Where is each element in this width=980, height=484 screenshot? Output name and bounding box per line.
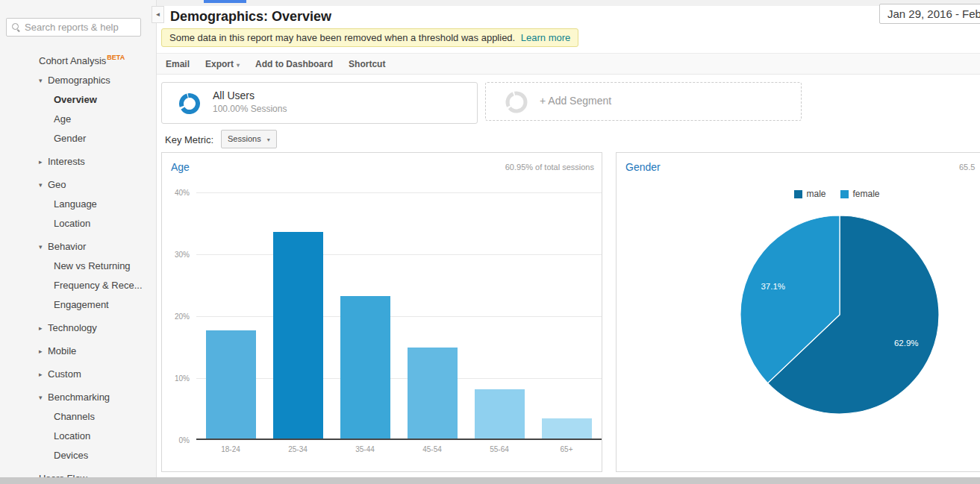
sidebar-item-custom[interactable]: ▸Custom <box>0 365 156 384</box>
toolbar-export-button[interactable]: Export▾ <box>205 59 240 69</box>
sidebar-item-engagement[interactable]: Engagement <box>0 295 156 315</box>
chevron-right-icon: ▸ <box>39 152 48 172</box>
sidebar-item-mobile[interactable]: ▸Mobile <box>0 342 156 361</box>
bar-35-44[interactable] <box>340 296 390 439</box>
learn-more-link[interactable]: Learn more <box>521 32 570 43</box>
key-metric-value: Sessions <box>228 134 261 143</box>
toolbar-button-label: Email <box>166 59 190 69</box>
search-icon <box>12 23 20 31</box>
sidebar-item-label: Language <box>54 198 97 210</box>
sidebar-item-new-vs-returning[interactable]: New vs Returning <box>0 257 156 276</box>
sidebar-collapse-button[interactable]: ◄ <box>152 6 164 23</box>
active-tab-indicator <box>204 0 246 3</box>
beta-badge: BETA <box>107 54 125 61</box>
sidebar-item-channels[interactable]: Channels <box>0 407 156 427</box>
x-tick-label: 25-34 <box>264 445 331 453</box>
pie-slice-value-label: 62.9% <box>894 339 919 348</box>
sidebar-item-label: Cohort Analysis <box>39 55 106 66</box>
sidebar-item-language[interactable]: Language <box>0 195 156 214</box>
gridline <box>196 316 602 317</box>
sidebar-item-geo[interactable]: ▾Geo <box>0 175 156 195</box>
x-tick-label: 35-44 <box>331 445 399 453</box>
sidebar-item-technology[interactable]: ▸Technology <box>0 318 156 338</box>
date-range-selector[interactable]: Jan 29, 2016 - Feb <box>879 4 980 24</box>
sidebar-item-gender[interactable]: Gender <box>0 129 156 148</box>
toolbar-email-button[interactable]: Email <box>166 59 190 69</box>
sidebar-item-location[interactable]: Location <box>0 427 156 446</box>
key-metric-label: Key Metric: <box>165 134 213 145</box>
chevron-down-icon: ▾ <box>237 62 240 69</box>
chevron-down-icon: ▾ <box>39 237 48 257</box>
add-segment-label: + Add Segment <box>540 95 611 107</box>
sidebar-item-label: Gender <box>54 133 86 144</box>
x-tick-label: 18-24 <box>197 445 264 453</box>
gridline <box>196 192 602 193</box>
sidebar-item-behavior[interactable]: ▾Behavior <box>0 237 156 257</box>
sidebar-item-interests[interactable]: ▸Interests <box>0 152 156 172</box>
horizontal-scrollbar-thumb[interactable] <box>0 477 980 484</box>
top-strip <box>157 0 980 6</box>
chevron-down-icon: ▾ <box>39 71 48 90</box>
sidebar: Cohort AnalysisBETA▾DemographicsOverview… <box>0 0 157 484</box>
y-tick-label: 0% <box>162 436 190 444</box>
sidebar-item-label: Behavior <box>48 241 86 252</box>
age-card-subtitle: 60.95% of total sessions <box>505 163 594 172</box>
sidebar-item-label: Location <box>54 430 90 441</box>
sidebar-item-location[interactable]: Location <box>0 214 156 233</box>
y-tick-label: 20% <box>162 312 190 321</box>
bar-25-34[interactable] <box>273 232 323 439</box>
toolbar-add-to-dashboard-button[interactable]: Add to Dashboard <box>255 59 333 69</box>
toolbar-shortcut-button[interactable]: Shortcut <box>349 59 385 69</box>
chevron-right-icon: ▸ <box>39 318 48 338</box>
bar-55-64[interactable] <box>475 389 525 439</box>
sidebar-item-label: Devices <box>54 450 88 461</box>
sidebar-item-label: Geo <box>48 179 66 190</box>
sidebar-item-age[interactable]: Age <box>0 110 156 129</box>
toolbar-button-label: Export <box>205 59 234 69</box>
sidebar-item-benchmarking[interactable]: ▾Benchmarking <box>0 388 156 407</box>
chevron-down-icon: ▾ <box>39 388 48 407</box>
y-tick-label: 30% <box>162 251 190 259</box>
bar-65[interactable] <box>542 418 592 439</box>
horizontal-scrollbar-track[interactable] <box>0 477 980 484</box>
sidebar-item-frequency-rece[interactable]: Frequency & Rece... <box>0 276 156 295</box>
add-segment-donut-icon <box>505 90 528 114</box>
sidebar-item-label: New vs Returning <box>54 260 131 271</box>
notice-text: Some data in this report may have been r… <box>169 32 515 43</box>
segment-detail: 100.00% Sessions <box>213 104 287 114</box>
key-metric-dropdown[interactable]: Sessions▾ <box>221 130 277 148</box>
sidebar-item-overview[interactable]: Overview <box>0 90 156 110</box>
chevron-down-icon: ▾ <box>267 136 270 143</box>
sidebar-item-label: Channels <box>54 411 95 422</box>
sidebar-item-cohort-analysis[interactable]: Cohort AnalysisBETA <box>0 48 156 67</box>
bar-18-24[interactable] <box>206 330 256 439</box>
search-input[interactable] <box>25 22 135 33</box>
age-bar-chart <box>196 192 602 440</box>
x-tick-label: 65+ <box>533 445 600 453</box>
bar-45-54[interactable] <box>408 348 458 439</box>
sidebar-nav: Cohort AnalysisBETA▾DemographicsOverview… <box>0 48 156 484</box>
sidebar-item-devices[interactable]: Devices <box>0 446 156 465</box>
sidebar-item-demographics[interactable]: ▾Demographics <box>0 71 156 90</box>
gender-chart-card: Gender 65.5 malefemale 62.9%37.1% <box>616 152 980 472</box>
age-x-axis-labels: 18-2425-3435-4445-5455-6465+ <box>196 445 602 456</box>
report-toolbar: EmailExport▾Add to DashboardShortcut <box>157 53 980 75</box>
search-box[interactable] <box>6 18 141 37</box>
sidebar-item-label: Age <box>54 113 71 125</box>
segment-donut-icon <box>178 92 201 115</box>
sidebar-item-label: Interests <box>48 156 85 167</box>
segment-all-users[interactable]: All Users 100.00% Sessions <box>161 82 478 124</box>
x-tick-label: 45-54 <box>399 445 466 453</box>
chevron-right-icon: ▸ <box>39 342 48 361</box>
toolbar-button-label: Add to Dashboard <box>255 59 333 69</box>
sidebar-item-label: Technology <box>48 322 97 333</box>
sidebar-item-label: Custom <box>48 368 81 380</box>
sidebar-item-label: Overview <box>54 94 97 105</box>
gender-pie-chart: 62.9%37.1% <box>617 153 980 473</box>
toolbar-button-label: Shortcut <box>349 59 385 69</box>
age-card-title-link[interactable]: Age <box>171 161 190 173</box>
add-segment-button[interactable]: + Add Segment <box>485 82 802 121</box>
sidebar-item-label: Engagement <box>54 299 109 310</box>
age-chart-card: Age 60.95% of total sessions 40%30%20%10… <box>161 152 602 472</box>
chevron-right-icon: ▸ <box>39 365 48 384</box>
